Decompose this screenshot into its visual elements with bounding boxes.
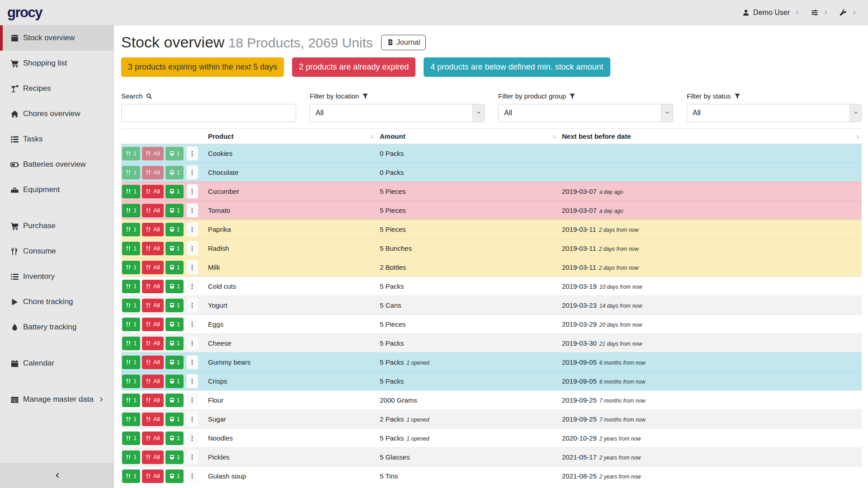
row-more-button[interactable] — [187, 355, 198, 369]
consume-all-button[interactable]: All — [142, 204, 163, 217]
row-more-button[interactable] — [187, 222, 198, 236]
consume-one-button[interactable]: 1 — [122, 223, 140, 236]
admin-menu[interactable] — [840, 9, 857, 16]
consume-all-button[interactable]: All — [142, 280, 163, 293]
consume-one-button[interactable]: 1 — [122, 413, 140, 426]
open-one-button[interactable]: 1 — [165, 375, 184, 388]
open-one-button[interactable]: 1 — [165, 318, 184, 331]
status-filter-select[interactable]: All — [687, 104, 862, 122]
open-one-button[interactable]: 1 — [165, 242, 184, 255]
open-one-button[interactable]: 1 — [165, 432, 184, 445]
sidebar-item-purchase[interactable]: Purchase — [0, 213, 113, 239]
consume-all-button[interactable]: All — [142, 375, 163, 388]
sort-icon[interactable]: ↑↓ — [370, 133, 373, 140]
sidebar-item-consume[interactable]: Consume — [0, 239, 113, 264]
product-column-header[interactable]: Product↑↓ — [204, 129, 376, 144]
row-more-button[interactable] — [187, 241, 198, 255]
consume-all-button[interactable]: All — [142, 413, 163, 426]
journal-button[interactable]: Journal — [381, 35, 426, 50]
row-more-button[interactable] — [187, 431, 198, 445]
open-one-button[interactable]: 1 — [165, 356, 184, 369]
sidebar-item-equipment[interactable]: Equipment — [0, 177, 113, 202]
row-more-button[interactable] — [187, 317, 198, 331]
consume-all-button[interactable]: All — [142, 337, 163, 350]
row-more-button[interactable] — [187, 203, 198, 217]
consume-all-button[interactable]: All — [142, 223, 163, 236]
sidebar-item-battery-tracking[interactable]: Battery tracking — [0, 314, 113, 340]
row-more-button[interactable] — [187, 184, 198, 198]
open-one-button[interactable]: 1 — [165, 299, 184, 312]
sort-icon[interactable]: ↑↓ — [552, 133, 555, 140]
consume-all-button[interactable]: All — [142, 299, 163, 312]
row-more-button[interactable] — [187, 298, 198, 312]
open-one-button[interactable]: 1 — [165, 147, 184, 160]
sidebar-item-stock-overview[interactable]: Stock overview — [0, 25, 113, 51]
sidebar-item-calendar[interactable]: Calendar — [0, 351, 113, 376]
open-one-button[interactable]: 1 — [165, 413, 184, 426]
sidebar-item-chore-tracking[interactable]: Chore tracking — [0, 289, 113, 314]
sidebar-item-recipes[interactable]: Recipes — [0, 76, 113, 101]
open-one-button[interactable]: 1 — [165, 223, 184, 236]
sidebar-item-chores-overview[interactable]: Chores overview — [0, 101, 113, 127]
sort-icon[interactable]: ↑↓ — [855, 133, 858, 140]
row-more-button[interactable] — [187, 412, 198, 426]
consume-one-button[interactable]: 1 — [122, 242, 140, 255]
user-menu[interactable]: Demo User — [742, 9, 800, 17]
open-one-button[interactable]: 1 — [165, 261, 184, 274]
consume-one-button[interactable]: 1 — [122, 147, 140, 160]
row-more-button[interactable] — [187, 279, 198, 293]
sidebar-item-inventory[interactable]: Inventory — [0, 264, 113, 289]
consume-all-button[interactable]: All — [142, 147, 163, 160]
open-one-button[interactable]: 1 — [165, 280, 184, 293]
consume-one-button[interactable]: 1 — [122, 185, 140, 198]
open-one-button[interactable]: 1 — [165, 185, 184, 198]
consume-all-button[interactable]: All — [142, 261, 163, 274]
row-more-button[interactable] — [187, 450, 198, 464]
consume-all-button[interactable]: All — [142, 469, 163, 483]
consume-one-button[interactable]: 1 — [122, 337, 140, 350]
open-one-button[interactable]: 1 — [165, 450, 184, 464]
search-input[interactable] — [121, 104, 296, 122]
consume-all-button[interactable]: All — [142, 356, 163, 369]
consume-one-button[interactable]: 1 — [122, 356, 140, 369]
amount-column-header[interactable]: Amount↑↓ — [376, 129, 558, 144]
sidebar-item-batteries-overview[interactable]: Batteries overview — [0, 152, 113, 177]
location-filter-select[interactable]: All — [310, 104, 485, 122]
row-more-button[interactable] — [187, 374, 198, 388]
row-more-button[interactable] — [187, 165, 198, 179]
product-group-filter-select[interactable]: All — [498, 104, 673, 122]
consume-all-button[interactable]: All — [142, 450, 163, 464]
sidebar-item-tasks[interactable]: Tasks — [0, 127, 113, 152]
row-more-button[interactable] — [187, 469, 198, 483]
consume-one-button[interactable]: 1 — [122, 261, 140, 274]
consume-all-button[interactable]: All — [142, 185, 163, 198]
row-more-button[interactable] — [187, 146, 198, 160]
best-before-column-header[interactable]: Next best before date↑↓ — [558, 129, 862, 144]
row-more-button[interactable] — [187, 393, 198, 407]
consume-all-button[interactable]: All — [142, 166, 163, 179]
app-logo[interactable]: grocy — [7, 5, 42, 21]
consume-one-button[interactable]: 1 — [122, 375, 140, 388]
stock-settings-menu[interactable] — [811, 9, 829, 16]
sidebar-item-shopping-list[interactable]: Shopping list — [0, 51, 113, 76]
row-more-button[interactable] — [187, 336, 198, 350]
sidebar-item-manage-master-data[interactable]: Manage master data — [0, 387, 113, 412]
open-one-button[interactable]: 1 — [165, 469, 184, 483]
open-one-button[interactable]: 1 — [165, 337, 184, 350]
sidebar-collapse-button[interactable] — [0, 463, 113, 488]
consume-one-button[interactable]: 1 — [122, 166, 140, 179]
consume-one-button[interactable]: 1 — [122, 280, 140, 293]
row-more-button[interactable] — [187, 260, 198, 274]
open-one-button[interactable]: 1 — [165, 166, 184, 179]
consume-all-button[interactable]: All — [142, 242, 163, 255]
consume-one-button[interactable]: 1 — [122, 450, 140, 464]
consume-all-button[interactable]: All — [142, 318, 163, 331]
consume-all-button[interactable]: All — [142, 394, 163, 407]
consume-one-button[interactable]: 1 — [122, 394, 140, 407]
consume-one-button[interactable]: 1 — [122, 204, 140, 217]
open-one-button[interactable]: 1 — [165, 394, 184, 407]
consume-one-button[interactable]: 1 — [122, 299, 140, 312]
consume-one-button[interactable]: 1 — [122, 432, 140, 445]
consume-one-button[interactable]: 1 — [122, 318, 140, 331]
consume-all-button[interactable]: All — [142, 432, 163, 445]
